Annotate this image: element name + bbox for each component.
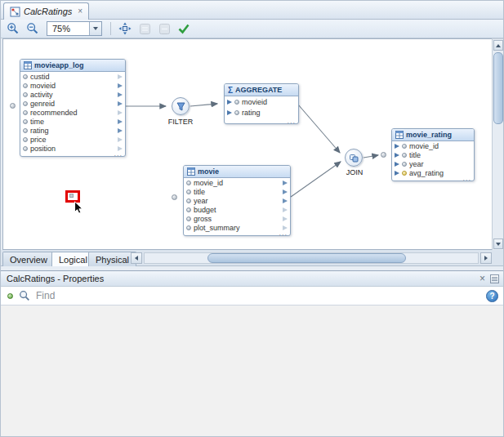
table-icon <box>395 131 404 139</box>
table-row[interactable]: gross <box>184 214 290 223</box>
table-row[interactable]: price <box>20 135 125 144</box>
document-tabstrip: CalcRatings × <box>1 1 504 20</box>
scroll-down-button[interactable] <box>493 239 503 249</box>
filter-funnel-icon <box>176 101 186 112</box>
table-movie[interactable]: movie movie_id title year budget gross p… <box>183 165 291 236</box>
port-dot[interactable] <box>381 152 386 158</box>
table-row[interactable]: title <box>392 150 474 159</box>
port-dot[interactable] <box>10 103 16 109</box>
expand-all-icon <box>139 23 151 35</box>
zoom-combo-arrow[interactable] <box>89 22 101 35</box>
scroll-up-button[interactable] <box>493 40 503 51</box>
attribute-icon <box>186 225 191 230</box>
resize-handle-icon[interactable]: ... <box>462 174 471 182</box>
attribute-icon <box>23 74 28 79</box>
table-row[interactable]: rating <box>20 126 125 135</box>
table-row[interactable]: budget <box>184 205 290 214</box>
output-port-icon <box>118 137 123 142</box>
resize-handle-icon[interactable]: ... <box>279 229 288 237</box>
vertical-scrollbar[interactable] <box>492 38 504 251</box>
input-port-icon <box>395 171 399 176</box>
table-row[interactable]: custid <box>20 72 125 81</box>
table-row[interactable]: genreid <box>20 99 125 108</box>
filter-operator[interactable] <box>172 97 190 115</box>
attribute-icon <box>186 190 191 194</box>
calculated-attribute-icon <box>402 171 407 176</box>
aggregate-row[interactable]: movieid <box>225 96 298 107</box>
zoom-level-combo[interactable]: 75% <box>47 21 102 36</box>
expand-all-button[interactable] <box>136 21 153 37</box>
attribute-name: movie_id <box>194 179 280 187</box>
table-row[interactable]: year <box>392 159 474 168</box>
tab-calcratings[interactable]: CalcRatings × <box>3 2 89 20</box>
attribute-icon <box>402 153 407 158</box>
zoom-out-button[interactable] <box>25 21 41 37</box>
help-icon[interactable]: ? <box>486 290 498 302</box>
search-icon <box>19 290 30 301</box>
table-header[interactable]: movie <box>184 166 290 178</box>
mapping-canvas[interactable]: movieapp_log custid movieid activity gen… <box>2 38 493 250</box>
attribute-icon <box>402 162 407 167</box>
table-header[interactable]: movieapp_log <box>20 60 125 72</box>
attribute-name: movieid <box>242 98 296 106</box>
output-port-icon <box>283 207 288 212</box>
tab-label: Physical <box>96 255 129 265</box>
validate-button[interactable] <box>176 21 192 37</box>
port-dot[interactable] <box>172 194 177 200</box>
aggregate-component[interactable]: Σ AGGREGATE movieid rating ... <box>224 83 299 124</box>
input-port-icon <box>395 162 399 167</box>
output-port-icon <box>118 119 123 124</box>
collapse-all-button[interactable] <box>156 21 172 37</box>
table-row[interactable]: activity <box>20 90 125 99</box>
scroll-right-button[interactable] <box>480 252 492 264</box>
mouse-cursor-icon <box>72 201 85 214</box>
table-header[interactable]: movie_rating <box>392 129 474 141</box>
auto-layout-icon <box>118 22 132 35</box>
table-row[interactable]: time <box>20 117 125 126</box>
output-port-icon <box>118 110 123 115</box>
sigma-icon: Σ <box>228 86 233 95</box>
table-row[interactable]: year <box>184 196 290 205</box>
vertical-scroll-thumb[interactable] <box>493 52 503 124</box>
attribute-name: genreid <box>30 100 115 108</box>
scroll-left-button[interactable] <box>131 252 142 264</box>
table-movie-rating[interactable]: movie_rating movie_id title year avg_rat… <box>391 128 475 181</box>
tab-physical[interactable]: Physical <box>88 252 136 266</box>
table-row[interactable]: plot_summary <box>184 223 290 232</box>
output-port-icon <box>118 74 123 79</box>
close-icon[interactable]: × <box>479 274 485 283</box>
join-icon <box>349 153 359 163</box>
tab-overview[interactable]: Overview <box>2 252 55 266</box>
table-row[interactable]: title <box>184 187 290 196</box>
horizontal-scroll-thumb[interactable] <box>207 253 406 263</box>
odi-mapping-window: CalcRatings × 75% <box>0 0 504 437</box>
attribute-name: budget <box>194 206 280 214</box>
attribute-icon <box>23 128 28 133</box>
mapping-icon <box>10 7 20 17</box>
table-row[interactable]: position <box>20 144 125 153</box>
attribute-name: year <box>409 160 471 168</box>
attribute-name: custid <box>30 73 115 81</box>
table-row[interactable]: recommended <box>20 108 125 117</box>
attribute-name: year <box>194 197 280 205</box>
attribute-name: movie_id <box>409 142 471 150</box>
panel-menu-icon[interactable] <box>490 274 499 283</box>
resize-handle-icon[interactable]: ... <box>114 149 123 158</box>
table-row[interactable]: movieid <box>20 81 125 90</box>
auto-layout-button[interactable] <box>117 21 133 37</box>
tab-label: CalcRatings <box>24 7 72 16</box>
zoom-in-button[interactable] <box>5 21 21 37</box>
tab-close-icon[interactable]: × <box>78 7 83 16</box>
output-port-icon <box>283 216 288 221</box>
table-row[interactable]: movie_id <box>184 178 290 187</box>
attribute-name: rating <box>30 127 115 135</box>
resize-handle-icon[interactable]: ... <box>287 117 296 125</box>
join-operator[interactable] <box>345 149 363 167</box>
aggregate-header[interactable]: Σ AGGREGATE <box>225 84 298 96</box>
tab-label: Overview <box>10 255 47 265</box>
table-row[interactable]: movie_id <box>392 141 474 150</box>
find-input[interactable] <box>36 290 480 301</box>
table-movieapp-log[interactable]: movieapp_log custid movieid activity gen… <box>20 59 126 157</box>
table-row[interactable]: avg_rating <box>392 168 474 177</box>
attribute-icon <box>23 101 28 106</box>
